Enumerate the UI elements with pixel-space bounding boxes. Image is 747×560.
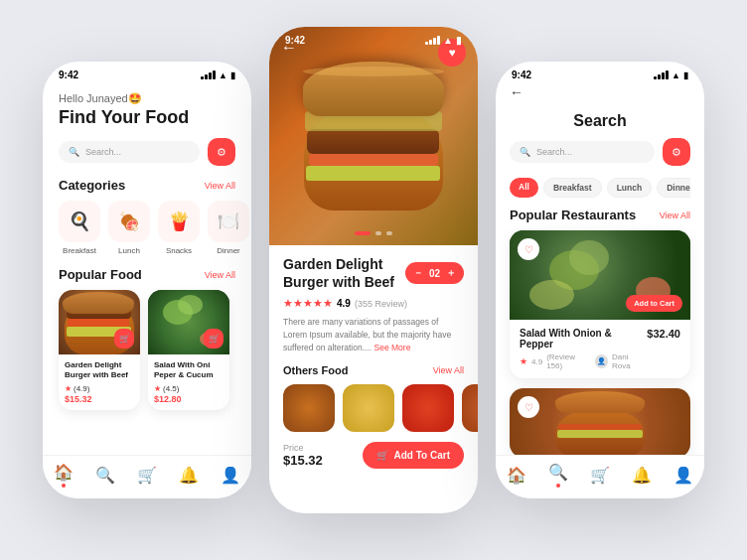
search-placeholder: Search... <box>85 147 121 157</box>
categories-title: Categories <box>59 178 125 193</box>
popular-food-view-all[interactable]: View All <box>205 270 235 280</box>
add-to-cart-label: Add To Cart <box>394 450 450 461</box>
breakfast-icon: 🍳 <box>59 201 100 242</box>
burger-name: Garden Delight Burger with Beef <box>65 360 134 381</box>
hero-image: ← ♥ <box>269 27 478 245</box>
tab-lunch[interactable]: Lunch <box>607 178 653 198</box>
others-food-header: Others Food View All <box>283 364 464 376</box>
tab-all[interactable]: All <box>510 178 538 198</box>
burger-price: $15.32 <box>65 394 134 404</box>
categories-view-all[interactable]: View All <box>205 181 235 191</box>
salad-info: Salad With Onion & Pepper ★ 4.9 (Review … <box>510 320 690 378</box>
category-lunch[interactable]: 🍖 Lunch <box>108 201 150 255</box>
nav-notifications[interactable]: 🔔 <box>179 466 199 485</box>
food-card-burger[interactable]: 🛒 Garden Delight Burger with Beef ★(4.9)… <box>59 290 140 410</box>
popular-restaurants-title: Popular Restaurants <box>510 208 636 222</box>
filter-button-3[interactable]: ⚙ <box>663 138 690 166</box>
search-input-wrap[interactable]: 🔍 Search... <box>59 141 200 163</box>
rating-value: 4.9 <box>337 298 351 309</box>
quantity-control[interactable]: － 02 ＋ <box>405 262 464 284</box>
category-dinner[interactable]: 🍽️ Dinner <box>208 201 249 255</box>
dinner-icon: 🍽️ <box>208 201 249 242</box>
stars: ★★★★★ <box>283 297 333 310</box>
signal-3 <box>654 70 669 79</box>
signal-icon <box>201 70 216 79</box>
battery-icon: ▮ <box>230 70 235 80</box>
salad-restaurant-image: ♡ Add to Cart <box>510 230 690 320</box>
wifi-icon: ▲ <box>219 70 227 80</box>
main-title: Find Your Food <box>59 107 235 128</box>
wifi-3: ▲ <box>672 70 680 80</box>
signal-2 <box>425 36 440 45</box>
dinner-label: Dinner <box>217 246 240 255</box>
category-breakfast[interactable]: 🍳 Breakfast <box>59 201 100 255</box>
battery-2: ▮ <box>456 35 462 46</box>
lunch-icon: 🍖 <box>108 201 150 242</box>
qty-plus[interactable]: ＋ <box>446 266 456 280</box>
add-to-cart-button[interactable]: 🛒 Add To Cart <box>363 442 464 469</box>
nav-home-3[interactable]: 🏠 <box>507 466 526 485</box>
snacks-icon: 🍟 <box>158 201 200 242</box>
back-button-search[interactable]: ← <box>496 84 704 104</box>
salad-price: $12.80 <box>154 394 224 404</box>
restaurant-card-burger[interactable]: ♡ <box>510 388 690 458</box>
others-view-all[interactable]: View All <box>433 365 464 375</box>
description: There are many variations of passages of… <box>283 316 464 353</box>
restaurant-card-salad[interactable]: ♡ Add to Cart Salad With Onion & Pepper … <box>510 230 690 378</box>
heart-icon-burger[interactable]: ♡ <box>518 396 539 418</box>
status-icons-2: ▲ ▮ <box>425 35 462 46</box>
filter-tabs: All Breakfast Lunch Dinner <box>510 178 690 198</box>
salad-restaurant-name: Salad With Onion & Pepper <box>520 328 647 350</box>
popular-restaurants-header: Popular Restaurants View All <box>510 208 690 222</box>
search-input-3[interactable]: 🔍 Search... <box>510 141 655 163</box>
breakfast-label: Breakfast <box>63 246 96 255</box>
cart-icon: 🛒 <box>376 450 388 461</box>
filter-button[interactable]: ⚙ <box>208 138 235 166</box>
heart-icon-salad[interactable]: ♡ <box>518 238 539 260</box>
search-icon-3: 🔍 <box>520 147 530 157</box>
search-icon: 🔍 <box>69 147 79 157</box>
time-2: 9:42 <box>285 35 305 46</box>
other-food-4[interactable] <box>462 384 478 432</box>
price-value: $15.32 <box>283 453 323 468</box>
nav-search-3[interactable]: 🔍 <box>548 463 568 488</box>
nav-search[interactable]: 🔍 <box>95 466 115 485</box>
popular-food-title: Popular Food <box>59 267 142 282</box>
greeting: Hello Junayed🤩 <box>59 92 235 105</box>
salad-details: Salad With Onion & Pepper ★ 4.9 (Review … <box>520 328 647 370</box>
nav-cart-3[interactable]: 🛒 <box>590 466 610 485</box>
tab-breakfast[interactable]: Breakfast <box>543 178 602 198</box>
search-bar-3: 🔍 Search... ⚙ <box>510 138 690 166</box>
time-3: 9:42 <box>512 70 531 80</box>
tab-dinner[interactable]: Dinner <box>657 178 690 198</box>
food-card-salad[interactable]: 🛒 Salad With Oni Peper & Cucum ★(4.5) $1… <box>148 290 229 410</box>
other-food-3[interactable] <box>402 384 454 432</box>
add-to-cart-salad[interactable]: Add to Cart <box>626 295 682 312</box>
nav-profile[interactable]: 👤 <box>221 466 240 485</box>
other-food-1[interactable] <box>283 384 335 432</box>
others-list <box>283 384 464 432</box>
category-snacks[interactable]: 🍟 Snacks <box>158 201 200 255</box>
see-more-link[interactable]: See More <box>374 343 411 352</box>
food-detail-name: Garden Delight Burger with Beef <box>283 255 397 291</box>
nav-cart[interactable]: 🛒 <box>137 466 157 485</box>
time-1: 9:42 <box>59 70 78 80</box>
others-food-title: Others Food <box>283 364 348 376</box>
nav-home[interactable]: 🏠 <box>54 463 74 488</box>
nav-profile-3[interactable]: 👤 <box>673 466 693 485</box>
burger-rating: ★(4.9) <box>65 384 134 393</box>
nav-notifications-3[interactable]: 🔔 <box>632 466 652 485</box>
snacks-label: Snacks <box>166 246 192 255</box>
rating-row: ★★★★★ 4.9 (355 Review) <box>283 297 464 310</box>
other-food-2[interactable] <box>343 384 394 432</box>
salad-meta: ★ 4.9 (Review 156) 👤 Dani Rova <box>520 352 647 370</box>
qty-minus[interactable]: － <box>413 266 423 280</box>
phone-detail: ← ♥ 9:42 <box>269 27 478 513</box>
status-bar-3: 9:42 ▲ ▮ <box>496 62 704 84</box>
cart-badge-burger: 🛒 <box>114 329 134 349</box>
popular-restaurants-view-all[interactable]: View All <box>660 210 690 220</box>
cart-badge-salad: 🛒 <box>204 329 224 349</box>
author-avatar-salad: 👤 <box>595 354 608 368</box>
bottom-nav-1: 🏠 🔍 🛒 🔔 👤 <box>43 455 251 498</box>
categories-list: 🍳 Breakfast 🍖 Lunch 🍟 Snacks 🍽️ Dinner <box>59 201 235 255</box>
